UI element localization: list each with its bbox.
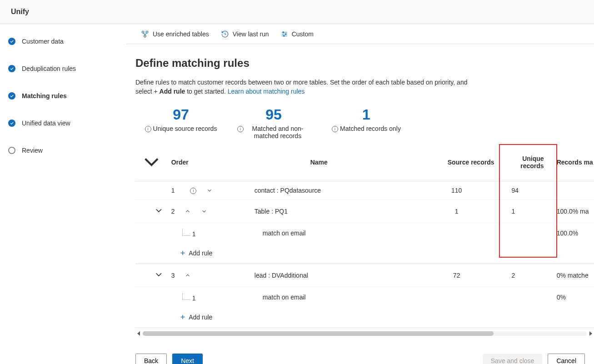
- info-icon[interactable]: i: [145, 126, 151, 132]
- app-header: Unify: [0, 0, 594, 24]
- table-row[interactable]: 3 lead : DVAdditional 72 2 0% matche: [135, 264, 594, 287]
- info-icon[interactable]: i: [190, 188, 196, 194]
- stat-value: 1: [330, 106, 403, 123]
- chevron-up-icon[interactable]: [185, 272, 191, 279]
- table-container: Order Name Source records Unique records…: [135, 144, 594, 337]
- step-customer-data[interactable]: Customer data: [8, 38, 126, 45]
- check-circle-icon: [8, 92, 15, 100]
- toolbar: Use enriched tables View last run Custom: [126, 24, 594, 44]
- page-description: Define rules to match customer records b…: [135, 78, 481, 96]
- expand-header[interactable]: [135, 144, 168, 181]
- chevron-up-icon[interactable]: [185, 208, 191, 214]
- check-circle-icon: [8, 38, 15, 45]
- stat-card: 1 iMatched records only: [330, 106, 403, 140]
- step-deduplication-rules[interactable]: Deduplication rules: [8, 65, 126, 72]
- horizontal-scrollbar[interactable]: [135, 330, 594, 337]
- scroll-right-arrow[interactable]: [589, 331, 592, 336]
- step-matching-rules[interactable]: Matching rules: [8, 92, 126, 100]
- stats: 97 iUnique source records95 iMatched and…: [135, 106, 594, 140]
- next-button[interactable]: Next: [172, 354, 203, 364]
- toolbar-label: Use enriched tables: [153, 30, 209, 38]
- step-review[interactable]: Review: [8, 147, 126, 154]
- scroll-thumb[interactable]: [143, 331, 494, 336]
- cancel-button[interactable]: Cancel: [548, 354, 585, 364]
- stat-value: 97: [145, 106, 217, 123]
- back-button[interactable]: Back: [135, 354, 167, 364]
- source-header: Source records: [415, 144, 498, 181]
- order-number: 1: [171, 187, 175, 194]
- save-close-button: Save and close: [483, 354, 543, 364]
- step-label: Matching rules: [22, 92, 67, 100]
- sidebar: Customer dataDeduplication rulesMatching…: [0, 24, 126, 364]
- chevron-down-icon[interactable]: [154, 274, 164, 281]
- stat-label: iMatched and non-matched records: [237, 125, 310, 140]
- svg-point-2: [144, 35, 146, 37]
- chevron-down-icon[interactable]: [201, 208, 207, 214]
- plus-icon: +: [180, 313, 185, 322]
- stat-value: 95: [237, 106, 310, 123]
- table-row[interactable]: 2 Table : PQ1 1 1 100.0% ma: [135, 200, 594, 223]
- learn-link[interactable]: Learn about matching rules: [228, 88, 305, 95]
- order-header: Order: [168, 144, 223, 181]
- step-label: Customer data: [22, 38, 64, 45]
- check-circle-icon: [8, 120, 15, 127]
- matched-header: Records ma: [553, 144, 594, 181]
- stat-label: iMatched records only: [330, 125, 403, 132]
- step-label: Deduplication rules: [22, 65, 76, 72]
- order-number: 3: [171, 272, 175, 279]
- scroll-left-arrow[interactable]: [137, 331, 140, 336]
- stat-card: 95 iMatched and non-matched records: [237, 106, 310, 140]
- footer: Back Next Save and close Cancel: [126, 346, 594, 364]
- matching-table: Order Name Source records Unique records…: [135, 144, 594, 328]
- add-rule-row: +Add rule: [135, 243, 594, 264]
- page-title: Define matching rules: [135, 57, 594, 70]
- content: Define matching rules Define rules to ma…: [126, 44, 594, 346]
- check-circle-icon: [8, 65, 15, 72]
- use-enriched-tables-button[interactable]: Use enriched tables: [139, 28, 211, 40]
- toolbar-label: View last run: [233, 30, 269, 38]
- step-label: Review: [22, 147, 43, 154]
- info-icon[interactable]: i: [237, 126, 244, 132]
- svg-point-4: [285, 33, 286, 35]
- chevron-down-icon: [139, 168, 164, 175]
- toolbar-label: Custom: [292, 30, 314, 38]
- pending-circle-icon: [8, 147, 15, 154]
- chevron-down-icon[interactable]: [206, 187, 213, 194]
- add-rule-label: Add rule: [189, 249, 212, 257]
- plus-icon: +: [180, 249, 185, 258]
- stat-card: 97 iUnique source records: [145, 106, 217, 140]
- add-rule-button[interactable]: +Add rule: [171, 249, 594, 258]
- add-rule-label: Add rule: [189, 314, 212, 321]
- sub-rule-row[interactable]: 1match on email0%: [135, 287, 594, 307]
- name-header: Name: [223, 144, 415, 181]
- svg-point-5: [283, 35, 285, 36]
- order-number: 2: [171, 208, 175, 215]
- add-rule-row: +Add rule: [135, 307, 594, 328]
- stat-label: iUnique source records: [145, 125, 217, 132]
- svg-point-3: [283, 31, 284, 33]
- sub-rule-row[interactable]: 1match on email100.0%: [135, 223, 594, 243]
- chevron-down-icon[interactable]: [154, 210, 164, 217]
- view-last-run-button[interactable]: View last run: [219, 28, 271, 40]
- table-row[interactable]: 1i contact : PQdatasource 110 94: [135, 181, 594, 200]
- main: Use enriched tables View last run Custom…: [126, 24, 594, 364]
- add-rule-button[interactable]: +Add rule: [171, 313, 594, 322]
- app-title: Unify: [11, 8, 29, 16]
- custom-button[interactable]: Custom: [279, 29, 315, 40]
- step-unified-data-view[interactable]: Unified data view: [8, 120, 126, 127]
- layout: Customer dataDeduplication rulesMatching…: [0, 24, 594, 364]
- step-label: Unified data view: [22, 120, 70, 127]
- info-icon[interactable]: i: [332, 126, 338, 132]
- unique-header: Unique records: [498, 144, 553, 181]
